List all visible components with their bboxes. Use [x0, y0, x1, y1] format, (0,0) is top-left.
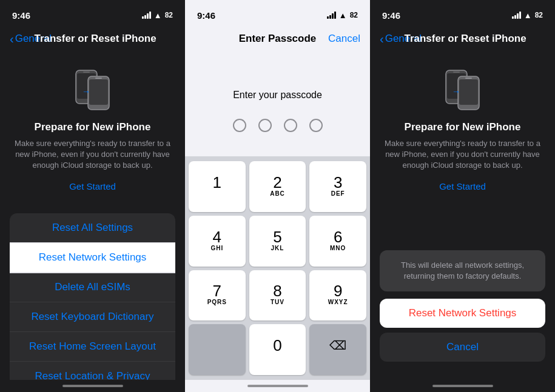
left-nav-bar: ‹ General Transfer or Reset iPhone [0, 27, 185, 53]
right-get-started-link[interactable]: Get Started [439, 181, 486, 191]
svg-text:→: → [82, 87, 90, 96]
right-signal-icon [512, 12, 521, 19]
svg-rect-4 [89, 79, 108, 105]
right-time: 9:46 [382, 10, 400, 21]
middle-time: 9:46 [197, 10, 215, 21]
right-battery-icon: 82 [535, 11, 543, 19]
left-prepare-section: → Prepare for New iPhone Make sure every… [0, 53, 185, 213]
key-5[interactable]: 5 JKL [249, 216, 306, 267]
numpad: 1 2 ABC 3 DEF 4 GHI 5 [185, 156, 370, 380]
key-6[interactable]: 6 MNO [309, 216, 366, 267]
middle-nav-bar: Enter Passcode Cancel [185, 27, 370, 53]
key-0[interactable]: 0 [249, 324, 306, 375]
svg-text:→: → [452, 87, 460, 96]
left-status-icons: ▲ 82 [142, 11, 173, 20]
backspace-icon: ⌫ [329, 339, 346, 351]
svg-rect-12 [465, 78, 472, 79]
svg-rect-5 [95, 78, 102, 79]
middle-signal-icon [327, 12, 336, 19]
left-prepare-desc: Make sure everything's ready to transfer… [15, 138, 170, 171]
passcode-dot-4 [309, 119, 323, 132]
right-status-icons: ▲ 82 [512, 11, 543, 20]
numpad-row-1: 1 2 ABC 3 DEF [189, 161, 366, 212]
passcode-prompt: Enter your passcode [233, 90, 322, 101]
key-delete[interactable]: ⌫ [309, 324, 366, 375]
reset-home-screen-item[interactable]: Reset Home Screen Layout [10, 332, 175, 362]
reset-network-settings-item[interactable]: Reset Network Settings [10, 243, 175, 273]
right-nav-bar: ‹ General Transfer or Reset iPhone [370, 27, 555, 53]
left-status-bar: 9:46 ▲ 82 [0, 0, 185, 27]
right-confirmation-area: This will delete all network settings, r… [370, 250, 555, 362]
left-home-indicator [0, 380, 185, 392]
delete-all-esims-item[interactable]: Delete All eSIMs [10, 273, 175, 302]
middle-nav-title: Enter Passcode [239, 33, 317, 45]
middle-phone: 9:46 ▲ 82 Enter Passcode Cancel Enter yo… [185, 0, 370, 392]
middle-status-icons: ▲ 82 [327, 11, 358, 20]
passcode-dot-2 [258, 119, 272, 132]
left-prepare-title: Prepare for New iPhone [35, 121, 151, 133]
right-prepare-section: → Prepare for New iPhone Make sure every… [370, 53, 555, 213]
right-nav-title: Transfer or Reset iPhone [385, 33, 545, 45]
left-time: 9:46 [12, 10, 30, 21]
middle-battery-icon: 82 [350, 11, 358, 19]
reset-all-settings-item[interactable]: Reset All Settings [10, 213, 175, 243]
key-8[interactable]: 8 TUV [249, 270, 306, 321]
middle-status-bar: 9:46 ▲ 82 [185, 0, 370, 27]
right-status-bar: 9:46 ▲ 82 [370, 0, 555, 27]
middle-cancel-button[interactable]: Cancel [328, 33, 360, 45]
key-9[interactable]: 9 WXYZ [309, 270, 366, 321]
key-empty [189, 324, 246, 375]
svg-rect-11 [459, 79, 478, 105]
passcode-area: Enter your passcode 1 2 ABC 3 [185, 53, 370, 380]
right-content: → Prepare for New iPhone Make sure every… [370, 53, 555, 380]
left-home-bar [62, 385, 123, 387]
right-wifi-icon: ▲ [524, 11, 532, 20]
left-nav-title: Transfer or Reset iPhone [15, 33, 175, 45]
passcode-dot-1 [233, 119, 246, 132]
chevron-left-icon: ‹ [10, 32, 14, 46]
signal-icon [142, 12, 151, 19]
numpad-row-3: 7 PQRS 8 TUV 9 WXYZ [189, 270, 366, 321]
right-cancel-button[interactable]: Cancel [380, 333, 545, 362]
right-home-bar [432, 385, 493, 387]
right-phone: 9:46 ▲ 82 ‹ General Transfer or Reset iP… [370, 0, 555, 392]
key-1[interactable]: 1 [189, 161, 246, 212]
right-chevron-icon: ‹ [380, 32, 384, 46]
wifi-icon: ▲ [154, 11, 162, 20]
passcode-dot-3 [284, 119, 297, 132]
svg-rect-2 [83, 71, 90, 73]
numpad-row-4: 0 ⌫ [189, 324, 366, 375]
left-content: → Prepare for New iPhone Make sure every… [0, 53, 185, 380]
middle-home-bar [247, 385, 308, 387]
middle-home-indicator [185, 380, 370, 392]
key-3[interactable]: 3 DEF [309, 161, 366, 212]
left-reset-list-container: Reset All Settings Reset Network Setting… [0, 213, 185, 380]
right-prepare-phone-icon: → [439, 65, 487, 114]
key-7[interactable]: 7 PQRS [189, 270, 246, 321]
right-home-indicator [370, 380, 555, 392]
confirm-reset-button[interactable]: Reset Network Settings [380, 299, 545, 328]
numpad-row-2: 4 GHI 5 JKL 6 MNO [189, 216, 366, 267]
prepare-phone-icon: → [69, 65, 117, 114]
right-prepare-title: Prepare for New iPhone [405, 121, 521, 133]
middle-wifi-icon: ▲ [339, 11, 347, 20]
svg-rect-9 [453, 71, 460, 73]
passcode-dots [233, 119, 323, 132]
battery-icon: 82 [165, 11, 173, 19]
confirm-info-text: This will delete all network settings, r… [389, 260, 536, 282]
key-4[interactable]: 4 GHI [189, 216, 246, 267]
reset-items-list: Reset All Settings Reset Network Setting… [10, 213, 175, 380]
left-get-started-link[interactable]: Get Started [69, 181, 116, 191]
reset-keyboard-dict-item[interactable]: Reset Keyboard Dictionary [10, 302, 175, 332]
reset-location-privacy-item[interactable]: Reset Location & Privacy [10, 362, 175, 380]
confirm-info-box: This will delete all network settings, r… [380, 250, 545, 291]
key-2[interactable]: 2 ABC [249, 161, 306, 212]
left-phone: 9:46 ▲ 82 ‹ General Transfer or Reset iP… [0, 0, 185, 392]
right-prepare-desc: Make sure everything's ready to transfer… [385, 138, 540, 171]
